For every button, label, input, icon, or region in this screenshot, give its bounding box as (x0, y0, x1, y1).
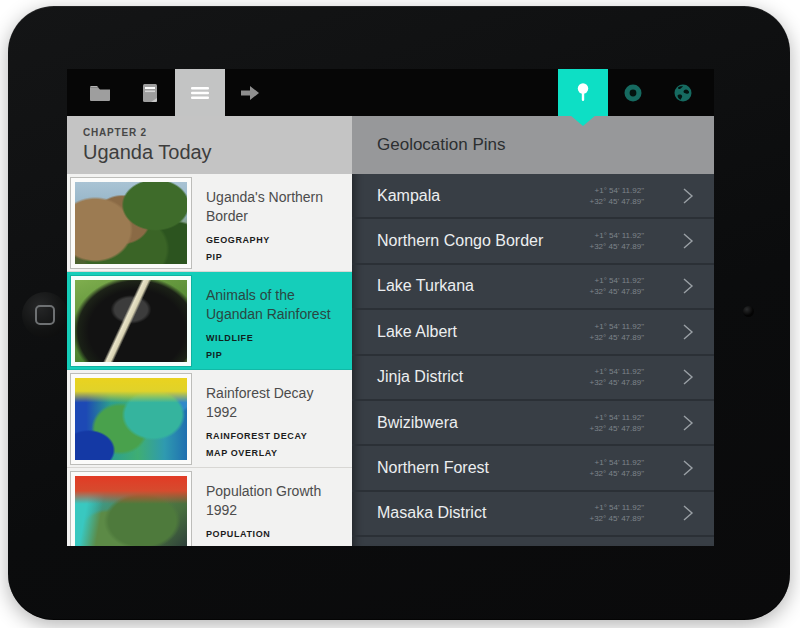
chapter-item-title: Animals of the Ugandan Rainforest (206, 286, 339, 324)
pin-longitude: +32° 45' 47.89" (590, 423, 645, 434)
pins-header: Geolocation Pins (352, 116, 714, 174)
book-tab[interactable] (125, 69, 175, 116)
pin-coordinates: +1° 54' 11.92" +32° 45' 47.89" (590, 185, 645, 207)
chapter-item-tag: PIP (206, 350, 339, 360)
chevron-right-icon (682, 323, 694, 341)
chevron-right-icon (682, 277, 694, 295)
pin-coordinates: +1° 54' 11.92" +32° 45' 47.89" (590, 321, 645, 343)
toolbar-right-group (558, 69, 714, 116)
pin-longitude: +32° 45' 47.89" (590, 286, 645, 297)
pin-latitude: +1° 54' 11.92" (590, 412, 645, 423)
chapter-list-item[interactable]: Population Growth 1992 POPULATION MAP OV… (67, 468, 352, 546)
pin-list: Kampala +1° 54' 11.92" +32° 45' 47.89" N… (352, 174, 714, 537)
pin-longitude: +32° 45' 47.89" (590, 468, 645, 479)
chapter-title: Uganda Today (83, 141, 352, 164)
pin-coordinates: +1° 54' 11.92" +32° 45' 47.89" (590, 366, 645, 388)
book-icon (137, 80, 163, 106)
pin-row[interactable]: Jinja District +1° 54' 11.92" +32° 45' 4… (352, 356, 714, 401)
pin-latitude: +1° 54' 11.92" (590, 321, 645, 332)
pin-coordinates: +1° 54' 11.92" +32° 45' 47.89" (590, 230, 645, 252)
page: CHAPTER 2 Uganda Today Uganda's Northern… (0, 0, 800, 628)
pin-longitude: +32° 45' 47.89" (590, 241, 645, 252)
pins-panel-title: Geolocation Pins (377, 135, 506, 155)
globe-tab[interactable] (658, 69, 708, 116)
chapter-item-tag: MAP OVERLAY (206, 448, 339, 458)
chevron-right-icon (682, 232, 694, 250)
chevron-right-icon (682, 414, 694, 432)
pin-row[interactable]: Kampala +1° 54' 11.92" +32° 45' 47.89" (352, 174, 714, 219)
pin-row[interactable]: Masaka District +1° 54' 11.92" +32° 45' … (352, 492, 714, 537)
pin-coordinates: +1° 54' 11.92" +32° 45' 47.89" (590, 457, 645, 479)
home-button-square-icon (35, 305, 55, 325)
pin-row[interactable]: Lake Turkana +1° 54' 11.92" +32° 45' 47.… (352, 265, 714, 310)
app-screen: CHAPTER 2 Uganda Today Uganda's Northern… (67, 69, 714, 546)
pin-name: Northern Forest (377, 459, 590, 477)
chapter-list-item[interactable]: Animals of the Ugandan Rainforest WILDLI… (67, 272, 352, 370)
donut-icon (620, 80, 646, 106)
thumbnail-image (71, 374, 191, 464)
thumbnail-image (71, 178, 191, 268)
chapter-list-item[interactable]: Rainforest Decay 1992 RAINFOREST DECAY M… (67, 370, 352, 468)
pin-name: Northern Congo Border (377, 232, 590, 250)
pin-longitude: +32° 45' 47.89" (590, 196, 645, 207)
chapter-item-title: Rainforest Decay 1992 (206, 384, 339, 422)
arrow-right-icon (237, 80, 263, 106)
pin-latitude: +1° 54' 11.92" (590, 366, 645, 377)
chapter-item-meta: Rainforest Decay 1992 RAINFOREST DECAY M… (192, 373, 349, 464)
pin-latitude: +1° 54' 11.92" (590, 185, 645, 196)
chapter-item-tag: RAINFOREST DECAY (206, 431, 339, 441)
pins-tab[interactable] (558, 69, 608, 116)
pin-longitude: +32° 45' 47.89" (590, 513, 645, 524)
chapter-item-meta: Animals of the Ugandan Rainforest WILDLI… (192, 275, 349, 366)
chapter-item-title: Uganda's Northern Border (206, 188, 339, 226)
pin-row[interactable]: Northern Forest +1° 54' 11.92" +32° 45' … (352, 446, 714, 491)
chapter-item-tag: GEOGRAPHY (206, 235, 339, 245)
pin-coordinates: +1° 54' 11.92" +32° 45' 47.89" (590, 412, 645, 434)
pin-longitude: +32° 45' 47.89" (590, 377, 645, 388)
map-pin-icon (570, 80, 596, 106)
thumbnail-image (71, 472, 191, 546)
chevron-right-icon (682, 504, 694, 522)
pin-latitude: +1° 54' 11.92" (590, 230, 645, 241)
folder-tab[interactable] (75, 69, 125, 116)
home-button[interactable] (22, 292, 68, 338)
menu-icon (188, 81, 212, 105)
pin-name: Lake Turkana (377, 277, 590, 295)
chevron-right-icon (682, 187, 694, 205)
pin-coordinates: +1° 54' 11.92" +32° 45' 47.89" (590, 275, 645, 297)
pin-latitude: +1° 54' 11.92" (590, 502, 645, 513)
menu-tab[interactable] (175, 69, 225, 116)
chapter-header: CHAPTER 2 Uganda Today (67, 116, 352, 174)
folder-icon (87, 80, 113, 106)
pin-name: Jinja District (377, 368, 590, 386)
pin-name: Lake Albert (377, 323, 590, 341)
markers-tab[interactable] (608, 69, 658, 116)
chapter-item-tag: WILDLIFE (206, 333, 339, 343)
pin-row[interactable]: Lake Albert +1° 54' 11.92" +32° 45' 47.8… (352, 310, 714, 355)
toolbar (67, 69, 714, 116)
forward-tab[interactable] (225, 69, 275, 116)
chapter-item-meta: Uganda's Northern Border GEOGRAPHY PIP (192, 177, 349, 268)
chapter-list-item[interactable]: Uganda's Northern Border GEOGRAPHY PIP (67, 174, 352, 272)
chapter-item-meta: Population Growth 1992 POPULATION MAP OV… (192, 471, 349, 546)
pin-coordinates: +1° 54' 11.92" +32° 45' 47.89" (590, 502, 645, 524)
pin-row[interactable]: Northern Congo Border +1° 54' 11.92" +32… (352, 219, 714, 264)
chapter-kicker: CHAPTER 2 (83, 127, 352, 138)
pin-name: Bwizibwera (377, 414, 590, 432)
chapter-item-title: Population Growth 1992 (206, 482, 339, 520)
toolbar-left-group (67, 69, 275, 116)
pin-longitude: +32° 45' 47.89" (590, 332, 645, 343)
thumbnail-image (71, 276, 191, 366)
pin-row[interactable]: Bwizibwera +1° 54' 11.92" +32° 45' 47.89… (352, 401, 714, 446)
pins-panel: Geolocation Pins Kampala +1° 54' 11.92" … (352, 116, 714, 546)
chapter-item-list: Uganda's Northern Border GEOGRAPHY PIP A… (67, 174, 352, 546)
camera-icon (743, 306, 754, 317)
pin-latitude: +1° 54' 11.92" (590, 275, 645, 286)
chapter-item-tag: POPULATION (206, 529, 339, 539)
chevron-right-icon (682, 368, 694, 386)
pin-latitude: +1° 54' 11.92" (590, 457, 645, 468)
pin-name: Kampala (377, 187, 590, 205)
globe-icon (670, 80, 696, 106)
chapter-item-tag: PIP (206, 252, 339, 262)
pin-name: Masaka District (377, 504, 590, 522)
